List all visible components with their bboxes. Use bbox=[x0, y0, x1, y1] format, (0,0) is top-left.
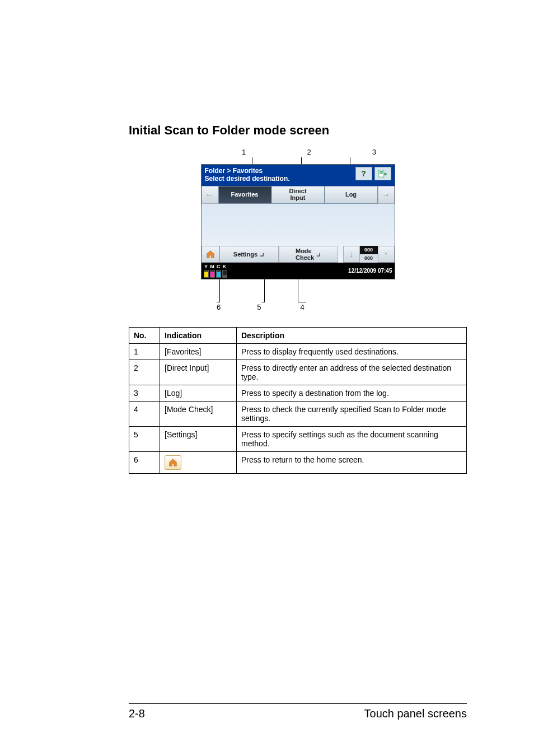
cell-no: 6 bbox=[129, 452, 160, 474]
screen-body bbox=[202, 204, 395, 246]
table-row: 1 [Favorites] Press to display frequentl… bbox=[129, 344, 467, 360]
instruction-text: Select desired destination. bbox=[205, 175, 290, 183]
table-row: 4 [Mode Check] Press to check the curren… bbox=[129, 402, 467, 427]
tab-favorites[interactable]: Favorites bbox=[218, 186, 271, 204]
task-icon[interactable] bbox=[374, 167, 391, 180]
toner-levels: Y M C K bbox=[204, 264, 227, 278]
tab-log[interactable]: Log bbox=[325, 186, 378, 204]
svg-rect-1 bbox=[379, 171, 382, 172]
cell-no: 1 bbox=[129, 344, 160, 360]
th-description: Description bbox=[237, 328, 467, 344]
cell-no: 2 bbox=[129, 360, 160, 385]
chapter-title: Touch panel screens bbox=[364, 707, 467, 720]
page-counter: 000 000 bbox=[360, 246, 378, 263]
page-up-arrow[interactable]: ↑ bbox=[378, 246, 395, 263]
callout-5: 5 bbox=[257, 303, 261, 311]
toner-m-label: M bbox=[210, 264, 214, 269]
page-number: 2-8 bbox=[129, 707, 145, 720]
page-down-arrow[interactable]: ↓ bbox=[343, 246, 360, 263]
callout-3: 3 bbox=[372, 148, 376, 156]
cell-description: Press to return to the home screen. bbox=[237, 452, 467, 474]
description-table: No. Indication Description 1 [Favorites]… bbox=[129, 327, 467, 474]
home-button[interactable] bbox=[202, 246, 219, 263]
table-row: 5 [Settings] Press to specify settings s… bbox=[129, 427, 467, 452]
datetime: 12/12/2009 07:45 bbox=[348, 268, 392, 274]
cell-description: Press to directly enter an address of th… bbox=[237, 360, 467, 385]
th-no: No. bbox=[129, 328, 160, 344]
mode-check-button[interactable]: Mode Check bbox=[279, 246, 338, 263]
cell-indication: [Mode Check] bbox=[160, 402, 237, 427]
home-icon bbox=[165, 455, 181, 470]
help-icon[interactable]: ? bbox=[355, 167, 372, 180]
cell-description: Press to check the currently specified S… bbox=[237, 402, 467, 427]
table-row: 2 [Direct Input] Press to directly enter… bbox=[129, 360, 467, 385]
mode-check-l2: Check bbox=[296, 254, 314, 261]
callout-2: 2 bbox=[307, 148, 311, 156]
cell-indication: [Settings] bbox=[160, 427, 237, 452]
callout-4: 4 bbox=[300, 303, 304, 311]
touch-screen: Folder > Favorites Select desired destin… bbox=[201, 164, 395, 279]
mode-check-l1: Mode bbox=[296, 248, 312, 254]
section-title: Initial Scan to Folder mode screen bbox=[129, 123, 467, 138]
th-indication: Indication bbox=[160, 328, 237, 344]
tab-direct-input-l2: Input bbox=[291, 194, 306, 201]
page-counter-bot: 000 bbox=[360, 254, 378, 263]
toner-y-label: Y bbox=[204, 264, 208, 269]
cell-indication: [Log] bbox=[160, 385, 237, 402]
table-row: 3 [Log] Press to specify a destination f… bbox=[129, 385, 467, 402]
tab-next-arrow[interactable]: → bbox=[378, 186, 395, 204]
cell-no: 4 bbox=[129, 402, 160, 427]
cell-no: 5 bbox=[129, 427, 160, 452]
toner-k-label: K bbox=[223, 264, 227, 269]
tab-direct-input-l1: Direct bbox=[289, 188, 306, 194]
callout-1: 1 bbox=[242, 148, 246, 156]
table-row: 6 Press to return to the home screen. bbox=[129, 452, 467, 474]
cell-indication bbox=[160, 452, 237, 474]
toner-c-label: C bbox=[217, 264, 221, 269]
cell-description: Press to specify a destination from the … bbox=[237, 385, 467, 402]
cell-description: Press to specify settings such as the do… bbox=[237, 427, 467, 452]
breadcrumb: Folder > Favorites bbox=[205, 167, 290, 175]
callout-6: 6 bbox=[217, 303, 221, 311]
cell-description: Press to display frequently used destina… bbox=[237, 344, 467, 360]
svg-rect-2 bbox=[379, 172, 382, 174]
settings-label: Settings bbox=[233, 251, 257, 258]
tab-direct-input[interactable]: Direct Input bbox=[271, 186, 325, 204]
tab-prev-arrow[interactable]: ← bbox=[202, 186, 218, 204]
cell-indication: [Direct Input] bbox=[160, 360, 237, 385]
cell-indication: [Favorites] bbox=[160, 344, 237, 360]
cell-no: 3 bbox=[129, 385, 160, 402]
settings-button[interactable]: Settings bbox=[219, 246, 279, 263]
screen-diagram: 1 2 3 Folder > Favorites Select desired … bbox=[197, 148, 399, 310]
page-counter-top: 000 bbox=[360, 246, 378, 254]
